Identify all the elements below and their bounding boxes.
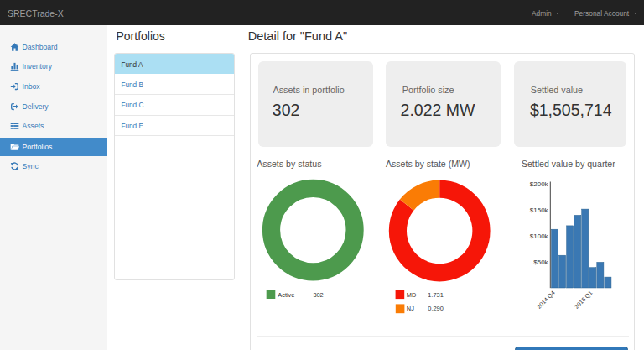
svg-text:$50k: $50k	[533, 259, 548, 266]
svg-text:302: 302	[313, 291, 323, 299]
svg-text:1.731: 1.731	[428, 291, 444, 299]
svg-text:2014 Q4: 2014 Q4	[536, 290, 557, 311]
svg-text:$100k: $100k	[530, 232, 549, 240]
svg-text:$200k: $200k	[530, 180, 549, 188]
svg-text:0.290: 0.290	[428, 305, 444, 312]
svg-text:MD: MD	[407, 291, 417, 299]
svg-text:$150k: $150k	[530, 206, 549, 214]
svg-text:NJ: NJ	[407, 305, 414, 312]
svg-text:2016 Q1: 2016 Q1	[574, 290, 595, 311]
svg-text:Active: Active	[278, 291, 294, 299]
